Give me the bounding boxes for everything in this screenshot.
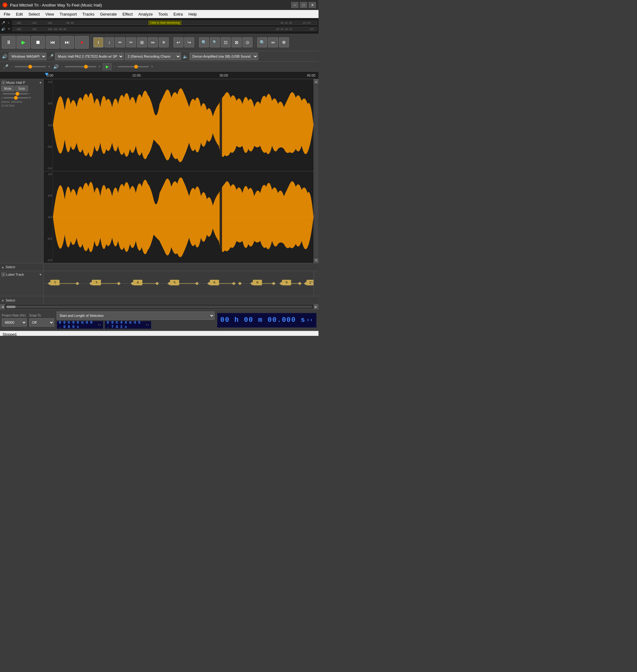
menu-help[interactable]: Help (186, 11, 199, 17)
menu-tools[interactable]: Tools (156, 11, 170, 17)
track-vertical-scroll[interactable]: ▲ ▼ (313, 79, 318, 263)
output-device-select[interactable]: Denon Amplified (via SB) (USB Sound Blas… (189, 53, 258, 60)
menu-transport[interactable]: Transport (57, 11, 79, 17)
track1-gain-minus: - (1, 92, 2, 95)
gain-speaker-icon: 🔊 (53, 64, 59, 70)
gain-plus-label: + (48, 65, 50, 68)
hscroll-right-button[interactable]: ▶ (313, 304, 318, 310)
horizontal-zoom-button[interactable]: ⇔ (268, 37, 278, 47)
skip-end-button[interactable]: ⏭ (60, 36, 74, 49)
track1-gain-slider[interactable] (3, 93, 28, 94)
track1-mute-button[interactable]: Mute (1, 86, 14, 91)
minimize-button[interactable]: ─ (291, 2, 298, 8)
monitor-button[interactable]: Click to Start Monitoring (148, 21, 182, 25)
track1-gain-row: - + (1, 92, 42, 95)
mic-icon: 🎤 (1, 21, 7, 24)
input-gain-slider[interactable] (15, 66, 46, 67)
track1-solo-button[interactable]: Solo (15, 86, 28, 91)
time-display-value: 00 h 00 m 00.000 s (220, 316, 306, 324)
zoom-box-button[interactable]: ⊞ (137, 37, 147, 47)
waveform-canvas-top (53, 79, 313, 171)
waveform-area: 1.0 0.5 0.0 -0.5 -1.0 (43, 79, 313, 263)
track1-name: Music Hall P (6, 81, 38, 85)
menu-generate[interactable]: Generate (97, 11, 119, 17)
waveform-bottom: 1.0 0.5 0.0 -0.5 -1.0 (43, 171, 313, 263)
menu-view[interactable]: View (43, 11, 57, 17)
fit-track-button[interactable]: ⊡ (221, 37, 231, 47)
host-select[interactable]: Windows WASAPI (9, 53, 47, 60)
project-rate-group: Project Rate (Hz) 48000 (2, 314, 27, 326)
fit-project-button[interactable]: ⊠ (232, 37, 242, 47)
project-rate-select[interactable]: 48000 (2, 318, 27, 326)
track1-select-scroll (313, 263, 318, 271)
multi-tool-button[interactable]: ✳ (159, 37, 169, 47)
channel-select[interactable]: 2 (Stereo) Recording Chann (125, 53, 181, 60)
title-controls[interactable]: ─ □ ✕ (291, 2, 316, 8)
menu-edit[interactable]: Edit (13, 11, 25, 17)
skip-start-button[interactable]: ⏮ (46, 36, 59, 49)
record-button[interactable]: ● (75, 36, 89, 49)
vscroll-down-button[interactable]: ▼ (314, 258, 319, 263)
gain-row: 🎤 - + 🔊 - + ▶ - + (0, 62, 318, 72)
zoom-in-button[interactable]: 🔍 (199, 37, 209, 47)
zoom-out-button[interactable]: 🔍 (210, 37, 220, 47)
redo-button[interactable]: ↪ (184, 37, 194, 47)
selection-dropdown[interactable]: Start and Length of Selection (57, 312, 215, 320)
maximize-button[interactable]: □ (300, 2, 307, 8)
envelope-tool-button[interactable]: ↕ (104, 37, 114, 47)
svg-text:5: 5 (174, 281, 176, 284)
tracks-scrollbar: ◀ ▶ (0, 304, 318, 309)
hscroll-track (6, 306, 312, 308)
select-tool-button[interactable]: I (93, 37, 103, 47)
scale--0.5-top: -0.5 (44, 145, 52, 148)
menu-analyze[interactable]: Analyze (136, 11, 155, 17)
menu-tracks[interactable]: Tracks (80, 11, 97, 17)
track1-expand-icon[interactable]: ▲ (1, 265, 4, 269)
playback-gain-slider[interactable] (118, 66, 149, 67)
host-icon: 🔊 (1, 53, 7, 59)
track1-pan-slider[interactable] (3, 97, 28, 99)
label-track-close-button[interactable]: × (1, 272, 6, 277)
pause-button[interactable]: ⏸ (2, 36, 16, 49)
input-device-select[interactable]: Music Hall PA2.2 (TE7022 Audio w/ SPDIF) (55, 53, 124, 60)
hscroll-thumb[interactable] (6, 306, 16, 308)
menu-effect[interactable]: Effect (120, 11, 135, 17)
stop-button[interactable]: ⏹ (31, 36, 45, 49)
vscroll-up-button[interactable]: ▲ (314, 79, 319, 84)
playthrough-button[interactable]: ▶ (103, 63, 111, 70)
menu-select[interactable]: Select (26, 11, 42, 17)
special-tool-button[interactable]: ✼ (279, 37, 289, 47)
track1-mute-solo: Mute Solo (1, 86, 42, 91)
zoom-toggle-button[interactable]: ⊙ (242, 37, 253, 47)
time-start-input[interactable]: 0 0 h 0 0 m 0 0 . 0 0 0 s ⬆⬇ (57, 321, 103, 329)
label-expand-icon[interactable]: ▲ (1, 298, 4, 302)
undo-button[interactable]: ↩ (174, 37, 183, 47)
label-track-select-row: ▲ Select (0, 296, 318, 304)
waveform-top: 1.0 0.5 0.0 -0.5 -1.0 (43, 79, 313, 171)
menu-file[interactable]: File (1, 11, 13, 17)
timeshift-tool-button[interactable]: ⇔ (148, 37, 158, 47)
vu-row-top: 🎤 L -138 -120 -108 -96 -90 Click to Star… (1, 20, 317, 25)
scale-1.0-bot: 1.0 (44, 173, 52, 176)
output-gain-slider[interactable] (65, 66, 96, 67)
snap-to-group: Snap-To Off (29, 314, 54, 326)
label-track-dropdown[interactable]: ▼ (39, 273, 42, 276)
zoom-sub-button[interactable]: 🔍 (257, 37, 267, 47)
menu-extra[interactable]: Extra (171, 11, 185, 17)
draw-tool-button[interactable]: ✏ (115, 37, 125, 47)
time-length-spinner[interactable]: ⬆⬇ (145, 323, 149, 327)
snap-to-select[interactable]: Off (29, 318, 54, 326)
label-track-controls: × Label Track ▼ (0, 271, 43, 296)
time-start-spinner[interactable]: ⬆⬇ (97, 323, 101, 327)
hscroll-left-button[interactable]: ◀ (0, 304, 5, 310)
status-text: Stopped. (2, 332, 17, 336)
svg-text:3: 3 (95, 281, 97, 284)
track1-close-button[interactable]: × (1, 81, 6, 85)
track1-header: × Music Hall P ▼ (1, 81, 42, 85)
play-button[interactable]: ▶ (17, 36, 30, 49)
close-button[interactable]: ✕ (309, 2, 316, 8)
time-display-spinner[interactable]: ⬆⬇ (307, 317, 313, 323)
track1-dropdown[interactable]: ▼ (39, 81, 42, 85)
cut-tool-button[interactable]: ✂ (126, 37, 136, 47)
time-length-input[interactable]: 0 0 h 4 4 m 4 5 . 7 4 2 s ⬆⬇ (105, 321, 151, 329)
